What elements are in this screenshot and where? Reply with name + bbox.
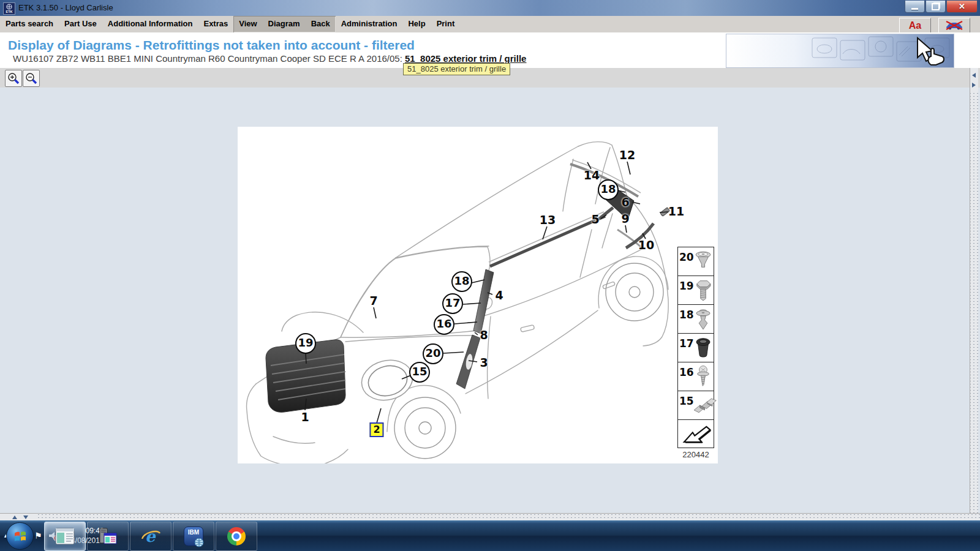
cursor-hand-icon (929, 48, 944, 65)
callout-18[interactable]: 18 (451, 271, 472, 292)
fastener-legend: 201918171615 (677, 247, 714, 448)
diagram-canvas[interactable]: 121418611591310718417168203151912 201918… (238, 127, 718, 463)
menu-group-center: ViewDiagramBack (233, 16, 336, 32)
legend-item-20[interactable]: 20 (677, 247, 714, 276)
legend-number: 15 (679, 395, 692, 407)
callout-6[interactable]: 6 (621, 197, 629, 208)
font-small-label: a (916, 20, 921, 31)
taskbar-app-etk[interactable] (44, 522, 86, 551)
callout-11[interactable]: 11 (668, 206, 684, 217)
vertical-splitter[interactable] (970, 68, 978, 513)
menu-item-parts-search[interactable]: Parts search (0, 16, 59, 32)
menu-item-part-use[interactable]: Part Use (59, 16, 102, 32)
restore-icon (932, 3, 940, 10)
splitter-right-arrow-icon[interactable] (972, 83, 976, 88)
windows-flag-icon (13, 530, 27, 542)
callout-19[interactable]: 19 (295, 333, 316, 354)
zoom-in-button[interactable] (5, 70, 22, 87)
washer-screw-icon (692, 364, 714, 389)
callout-10[interactable]: 10 (638, 239, 654, 251)
menu-item-print[interactable]: Print (431, 16, 461, 32)
zoom-out-button[interactable] (23, 70, 40, 87)
grommet-icon (692, 335, 714, 360)
vehicle-breadcrumb: WU16107 ZB72 WB11 BBE1 MINI Countryman R… (13, 53, 526, 64)
action-center-flag-icon[interactable]: ⚑ (34, 531, 42, 541)
splitter-left-arrow-icon[interactable] (972, 73, 976, 78)
callout-4[interactable]: 4 (495, 290, 503, 301)
start-button[interactable] (6, 522, 34, 550)
callout-20[interactable]: 20 (423, 343, 443, 364)
svg-text:e: e (145, 527, 156, 545)
callout-17[interactable]: 17 (442, 293, 463, 314)
car-crossed-icon (944, 20, 964, 31)
minimize-icon (911, 8, 918, 10)
diagram-thumbnails-art (726, 34, 954, 67)
globe-icon (194, 538, 204, 547)
legend-item-17[interactable]: 17 (677, 333, 714, 362)
minimize-button[interactable] (905, 1, 925, 13)
splitter-down-arrow-icon[interactable] (23, 515, 28, 519)
page-title: Display of Diagrams - Retrofittings not … (8, 38, 415, 53)
menu-item-additional-information[interactable]: Additional Information (102, 16, 198, 32)
close-button[interactable]: ✕ (946, 1, 978, 13)
expanding-rivet-icon (692, 307, 714, 331)
legend-item-15[interactable]: 15 (677, 391, 714, 420)
font-big-label: A (909, 20, 916, 31)
section-link[interactable]: 51 8025 exterior trim / grille (405, 53, 526, 64)
menu-item-extras[interactable]: Extras (198, 16, 233, 32)
callout-3[interactable]: 3 (480, 357, 488, 369)
etk-app-icon: ETK (3, 2, 15, 15)
menu-item-administration[interactable]: Administration (336, 16, 403, 32)
legend-item-18[interactable]: 18 (677, 304, 714, 334)
ibm-label: IBM (184, 529, 203, 536)
callout-8[interactable]: 8 (480, 329, 488, 341)
menu-item-diagram[interactable]: Diagram (263, 16, 306, 32)
taskbar: e IBM ▲ ⚑ (0, 520, 980, 551)
splitter-up-arrow-icon[interactable] (12, 515, 17, 519)
legend-item-16[interactable]: 16 (677, 362, 714, 391)
push-rivet-icon (692, 249, 714, 274)
callout-9[interactable]: 9 (621, 213, 629, 225)
menu-item-help[interactable]: Help (402, 16, 431, 32)
legend-direction-cell (677, 419, 714, 448)
callout-1[interactable]: 1 (301, 411, 309, 423)
taskbar-app-ibm[interactable]: IBM (173, 522, 214, 551)
callout-16[interactable]: 16 (434, 314, 454, 335)
menu-item-back[interactable]: Back (306, 16, 336, 32)
diagram-number: 220442 (666, 450, 725, 459)
app-window-icon (55, 528, 75, 545)
vehicle-info: WU16107 ZB72 WB11 BBE1 MINI Countryman R… (13, 53, 405, 64)
internet-explorer-icon: e (140, 527, 161, 546)
callout-layer: 121418611591310718417168203151912 (238, 127, 718, 463)
restore-button[interactable] (925, 1, 946, 13)
font-size-button[interactable]: A a (899, 18, 931, 33)
callout-7[interactable]: 7 (369, 295, 377, 307)
legend-item-19[interactable]: 19 (677, 276, 714, 305)
legend-number: 18 (679, 309, 692, 321)
callout-12[interactable]: 12 (619, 149, 635, 161)
callout-5[interactable]: 5 (591, 214, 599, 225)
taskbar-app-internet-explorer[interactable]: e (130, 522, 172, 551)
computer-app-icon (98, 527, 118, 545)
zoom-in-icon (7, 72, 20, 85)
taskbar-app-chrome[interactable] (216, 522, 257, 551)
callout-14[interactable]: 14 (584, 170, 600, 181)
title-bar: ETK ETK 3.1.50 - Lloyd Carlisle ✕ (0, 0, 980, 17)
decorative-diagram-banner (726, 34, 954, 68)
window-title: ETK 3.1.50 - Lloyd Carlisle (18, 3, 113, 12)
callout-18[interactable]: 18 (598, 179, 619, 200)
chrome-icon (227, 527, 246, 545)
metal-clip-icon (692, 395, 719, 415)
menu-item-view[interactable]: View (233, 16, 262, 32)
callout-13[interactable]: 13 (540, 214, 556, 226)
callout-2[interactable]: 2 (369, 422, 383, 437)
legend-number: 20 (679, 251, 692, 263)
legend-number: 17 (679, 337, 692, 350)
menu-group-right: AdministrationHelpPrint (336, 16, 461, 32)
hide-car-button[interactable] (938, 18, 970, 33)
menu-bar: Parts searchPart UseAdditional Informati… (0, 16, 980, 33)
etk-icon-text: ETK (6, 10, 13, 13)
taskbar-app-terminal[interactable] (87, 522, 129, 551)
callout-15[interactable]: 15 (409, 362, 430, 383)
legend-number: 16 (679, 366, 692, 378)
